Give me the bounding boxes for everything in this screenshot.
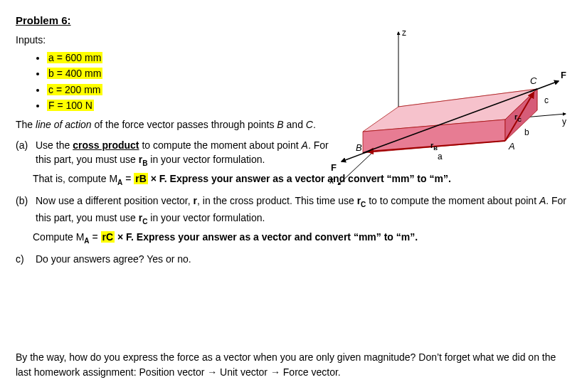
part-b: (b) Now use a different position vector,… [16, 194, 571, 227]
input-c: c = 200 mm [47, 84, 102, 95]
dim-b: b [524, 127, 529, 137]
label-C: C [530, 75, 537, 86]
eq-sub: A [84, 237, 89, 245]
part-a-label: (a) [16, 138, 30, 169]
part-c-body: Do your answers agree? Yes or no. [36, 252, 571, 266]
eq-hl: rB [134, 173, 148, 184]
part-b-equation: Compute MA = rC × F. Express your answer… [33, 230, 571, 246]
part-c: c) Do your answers agree? Yes or no. [16, 252, 571, 266]
eq-mid: = [90, 231, 101, 243]
label-A: A [508, 141, 515, 152]
label-F-top: F [561, 70, 566, 80]
part-a: (a) Use the cross product to compute the… [16, 138, 329, 169]
eq-hl: rC [101, 231, 115, 243]
label-F-bottom: F [331, 162, 337, 173]
part-b-body: Now use a different position vector, r, … [36, 194, 571, 227]
eq-post: × F. Express your answer as a vector and… [115, 231, 418, 243]
input-b: b = 400 mm [47, 68, 102, 79]
problem-title: Problem 6: [16, 13, 571, 28]
y-label: y [562, 117, 566, 127]
label-B: B [356, 142, 362, 153]
part-a-body: Use the cross product to compute the mom… [36, 138, 329, 169]
dim-a: a [438, 152, 443, 161]
problem-diagram: z y x B A C a b c rB rC F F [317, 28, 573, 185]
input-a: a = 600 mm [47, 52, 102, 63]
part-c-label: c) [16, 252, 30, 266]
x-label: x [329, 176, 334, 185]
eq-mid: = [122, 173, 134, 184]
eq-pre: Compute M [33, 231, 84, 243]
eq-pre: That is, compute M [33, 173, 117, 184]
part-b-label: (b) [16, 194, 30, 227]
z-label: z [402, 28, 406, 38]
bottom-note: By the way, how do you express the force… [16, 350, 571, 379]
dim-c: c [544, 95, 549, 105]
input-F: F = 100 N [47, 100, 94, 111]
line-of-action-text: The line of action of the force vector p… [16, 117, 329, 132]
